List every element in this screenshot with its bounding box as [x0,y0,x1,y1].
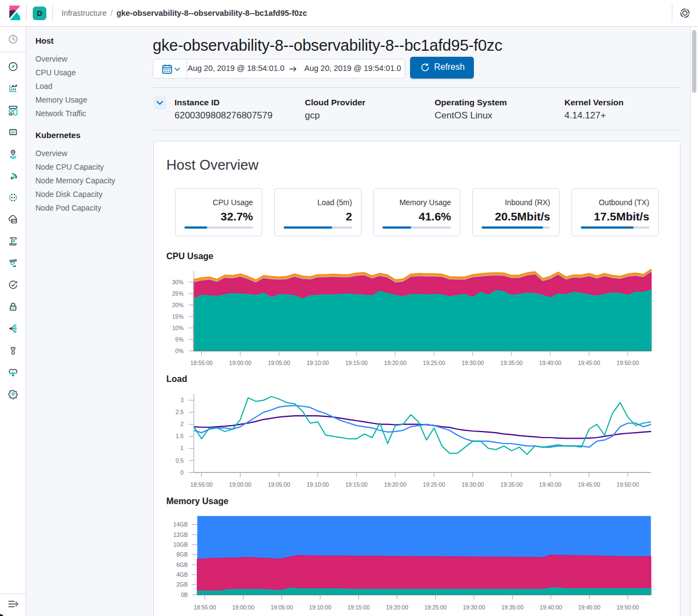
svg-text:14GB: 14GB [173,521,188,528]
svg-text:2GB: 2GB [176,581,188,588]
svg-text:10GB: 10GB [173,541,188,548]
svg-text:19:00:00: 19:00:00 [232,604,255,611]
svg-text:19:40:00: 19:40:00 [540,604,562,611]
svg-text:19:10:00: 19:10:00 [309,604,332,611]
svg-text:19:20:00: 19:20:00 [386,604,408,611]
svg-text:19:45:00: 19:45:00 [578,604,600,611]
svg-text:12GB: 12GB [173,531,188,538]
svg-text:19:30:00: 19:30:00 [463,604,485,611]
svg-text:19:25:00: 19:25:00 [424,604,447,611]
svg-text:6GB: 6GB [176,561,188,568]
svg-text:0B: 0B [181,591,188,598]
svg-text:4GB: 4GB [176,571,188,578]
svg-text:18:55:00: 18:55:00 [194,604,216,611]
svg-text:19:50:00: 19:50:00 [617,604,639,611]
svg-text:8GB: 8GB [176,551,188,558]
svg-text:19:05:00: 19:05:00 [270,604,293,611]
svg-text:19:35:00: 19:35:00 [501,604,524,611]
svg-text:19:15:00: 19:15:00 [347,604,370,611]
